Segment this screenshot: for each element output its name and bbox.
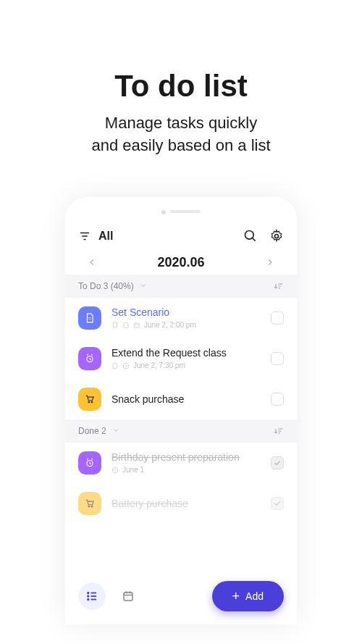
page-subtitle: Manage tasks quickly and easily based on… bbox=[0, 112, 362, 157]
page-title: To do list bbox=[0, 69, 362, 104]
month-label: 2020.06 bbox=[157, 255, 204, 270]
svg-line-34 bbox=[91, 459, 93, 459]
chevron-down-icon bbox=[140, 281, 147, 291]
svg-line-37 bbox=[115, 470, 117, 471]
settings-icon[interactable] bbox=[269, 229, 284, 243]
section-title: Done 2 bbox=[78, 426, 274, 436]
search-icon[interactable] bbox=[243, 229, 258, 243]
note-icon bbox=[122, 322, 130, 329]
svg-rect-10 bbox=[88, 317, 91, 318]
phone-frame: All 2020.06 To Do 3 (40%) bbox=[65, 197, 297, 624]
task-checkbox[interactable] bbox=[271, 497, 284, 510]
task-title: Snack purchase bbox=[111, 393, 261, 405]
filter-icon[interactable] bbox=[78, 230, 91, 243]
prev-month-icon[interactable] bbox=[87, 257, 97, 267]
plus-icon: + bbox=[232, 590, 240, 603]
cart-icon bbox=[78, 388, 101, 411]
task-title: Extend the Request class bbox=[111, 347, 261, 359]
svg-line-17 bbox=[90, 359, 91, 359]
svg-point-41 bbox=[88, 595, 89, 597]
cart-icon bbox=[78, 492, 101, 515]
calendar-icon bbox=[133, 322, 140, 329]
clock-icon bbox=[111, 467, 119, 474]
svg-rect-46 bbox=[124, 592, 132, 600]
svg-point-40 bbox=[88, 592, 89, 593]
svg-line-18 bbox=[87, 354, 88, 355]
task-meta: June 2, 7:30 pm bbox=[111, 361, 261, 369]
section-title: To Do 3 (40%) bbox=[78, 281, 274, 291]
alarm-icon bbox=[78, 451, 101, 474]
svg-point-42 bbox=[88, 598, 89, 600]
chevron-down-icon bbox=[112, 426, 119, 436]
svg-rect-11 bbox=[88, 319, 91, 319]
task-title: Set Scenario bbox=[111, 306, 261, 318]
svg-point-39 bbox=[91, 506, 93, 507]
task-meta: June 2, 2:00 pm bbox=[111, 321, 261, 329]
month-navigator: 2020.06 bbox=[65, 251, 297, 275]
svg-line-32 bbox=[90, 463, 91, 464]
filter-label[interactable]: All bbox=[98, 230, 232, 243]
task-checkbox[interactable] bbox=[271, 352, 284, 365]
task-row[interactable]: Battery purchase bbox=[65, 483, 297, 524]
task-title: Battery purchase bbox=[111, 498, 261, 509]
alarm-icon bbox=[78, 347, 101, 370]
list-view-button[interactable] bbox=[78, 582, 106, 610]
app-header: All bbox=[65, 222, 297, 251]
note-icon bbox=[111, 362, 119, 369]
svg-point-25 bbox=[91, 401, 93, 403]
bottom-bar: + Add bbox=[65, 581, 297, 611]
document-icon bbox=[78, 306, 101, 330]
svg-rect-12 bbox=[124, 322, 128, 327]
task-meta: June 1 bbox=[111, 466, 261, 474]
section-header-done[interactable]: Done 2 bbox=[65, 419, 297, 443]
svg-point-5 bbox=[275, 234, 279, 238]
svg-line-33 bbox=[87, 459, 88, 459]
sort-icon[interactable] bbox=[274, 281, 284, 291]
calendar-view-button[interactable] bbox=[114, 582, 142, 610]
svg-line-23 bbox=[126, 366, 127, 367]
svg-point-38 bbox=[88, 506, 90, 507]
next-month-icon[interactable] bbox=[265, 257, 275, 267]
task-title: Birthday present preparation bbox=[111, 451, 261, 463]
svg-rect-20 bbox=[113, 363, 117, 368]
task-checkbox[interactable] bbox=[271, 393, 284, 406]
task-row[interactable]: Extend the Request class June 2, 7:30 pm bbox=[65, 338, 297, 379]
task-checkbox[interactable] bbox=[271, 456, 284, 469]
task-row[interactable]: Set Scenario June 2, 2:00 pm bbox=[65, 298, 297, 338]
bookmark-icon bbox=[111, 322, 119, 329]
add-button[interactable]: + Add bbox=[212, 581, 284, 611]
svg-line-4 bbox=[253, 238, 256, 241]
sort-icon[interactable] bbox=[274, 426, 284, 436]
svg-point-3 bbox=[245, 230, 254, 239]
section-header-todo[interactable]: To Do 3 (40%) bbox=[65, 275, 297, 298]
svg-point-24 bbox=[88, 401, 90, 403]
task-row[interactable]: Birthday present preparation June 1 bbox=[65, 443, 297, 483]
clock-icon bbox=[122, 362, 130, 369]
task-checkbox[interactable] bbox=[271, 311, 284, 325]
page-indicator bbox=[65, 197, 297, 222]
svg-rect-13 bbox=[135, 323, 140, 327]
add-button-label: Add bbox=[245, 590, 264, 602]
svg-line-19 bbox=[91, 354, 93, 355]
task-row[interactable]: Snack purchase bbox=[65, 379, 297, 419]
